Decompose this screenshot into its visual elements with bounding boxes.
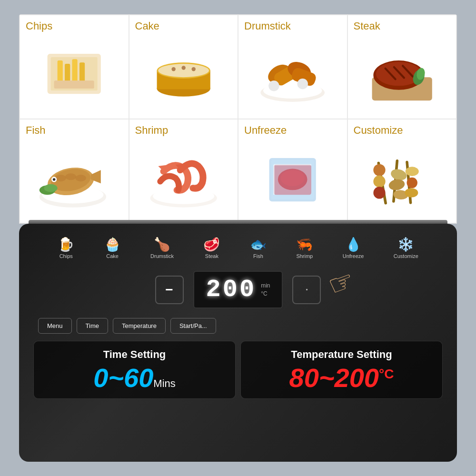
- temp-range: 80~200: [289, 363, 379, 393]
- time-setting-value: 0~60Mins: [43, 365, 226, 391]
- svg-point-50: [281, 170, 305, 187]
- mode-shrimp[interactable]: 🦐 Shrimp: [296, 238, 313, 259]
- mode-customize[interactable]: ❄️ Customize: [394, 238, 418, 259]
- customize-icon: ❄️: [397, 238, 414, 251]
- svg-point-58: [373, 187, 385, 199]
- svg-point-39: [53, 178, 56, 181]
- svg-point-62: [405, 167, 418, 177]
- time-unit: Mins: [153, 377, 175, 389]
- svg-rect-2: [58, 60, 63, 84]
- svg-rect-6: [54, 81, 94, 89]
- shrimp-icon: 🦐: [296, 238, 313, 251]
- fish-mode-label: Fish: [253, 253, 263, 259]
- mode-drumstick[interactable]: 🍗 Drumstick: [150, 238, 174, 259]
- cake-mode-label: Cake: [106, 253, 119, 259]
- svg-point-11: [171, 67, 175, 71]
- temperature-button[interactable]: Temperature: [113, 318, 166, 334]
- chips-icon: 🍺: [58, 238, 74, 251]
- temp-value-display: 200: [206, 276, 257, 304]
- food-item-customize[interactable]: Customize: [347, 119, 457, 223]
- main-container: Chips Cake: [19, 14, 457, 462]
- mode-chips[interactable]: 🍺 Chips: [58, 238, 74, 259]
- svg-point-56: [373, 164, 385, 176]
- temperature-display: 200 min °C: [193, 271, 283, 308]
- control-panel: 🍺 Chips 🧁 Cake 🍗 Drumstick 🥩 Steak 🐟 Fis…: [19, 224, 457, 462]
- info-row: Time Setting 0~60Mins Temperature Settin…: [33, 341, 443, 399]
- food-item-fish[interactable]: Fish: [20, 119, 129, 223]
- cake-icon: 🧁: [104, 238, 121, 251]
- food-label-steak: Steak: [354, 20, 380, 32]
- steak-mode-label: Steak: [205, 253, 218, 259]
- steak-icon: 🥩: [203, 238, 220, 251]
- minus-button[interactable]: −: [155, 276, 184, 304]
- plus-button[interactable]: ▪️: [292, 276, 321, 304]
- mode-fish[interactable]: 🐟 Fish: [250, 238, 267, 259]
- temp-setting-title: Temperature Setting: [250, 348, 433, 361]
- svg-point-41: [44, 184, 58, 192]
- food-label-unfreeze: Unfreeze: [244, 124, 287, 137]
- mode-icons-row: 🍺 Chips 🧁 Cake 🍗 Drumstick 🥩 Steak 🐟 Fis…: [33, 233, 443, 261]
- display-row: − 200 min °C ▪️ ☞: [33, 268, 443, 311]
- plus-btn-container: ▪️ ☞: [292, 276, 321, 304]
- unfreeze-mode-label: Unfreeze: [343, 253, 364, 259]
- temp-units: min °C: [261, 282, 270, 298]
- drumstick-mode-label: Drumstick: [150, 253, 174, 259]
- svg-point-57: [373, 176, 385, 188]
- food-item-steak[interactable]: Steak: [347, 15, 457, 119]
- temp-setting-value: 80~200°C: [250, 365, 433, 391]
- start-pause-button[interactable]: Start/Pa...: [170, 318, 216, 334]
- drumstick-icon: 🍗: [154, 238, 170, 251]
- mode-steak[interactable]: 🥩 Steak: [203, 238, 220, 259]
- food-item-shrimp[interactable]: Shrimp: [129, 119, 238, 223]
- food-label-fish: Fish: [26, 124, 46, 137]
- food-item-drumstick[interactable]: Drumstick: [238, 15, 347, 119]
- svg-point-12: [181, 66, 185, 70]
- buttons-row: Menu Time Temperature Start/Pa...: [33, 318, 443, 334]
- food-item-unfreeze[interactable]: Unfreeze: [238, 119, 347, 223]
- svg-point-36: [76, 175, 86, 181]
- svg-point-21: [298, 79, 308, 89]
- unfreeze-icon: 💧: [345, 238, 362, 251]
- food-label-chips: Chips: [26, 20, 52, 32]
- food-label-customize: Customize: [354, 124, 403, 137]
- svg-point-35: [66, 174, 76, 180]
- svg-rect-4: [72, 60, 78, 84]
- food-item-cake[interactable]: Cake: [129, 15, 238, 119]
- svg-point-60: [388, 178, 406, 192]
- customize-mode-label: Customize: [394, 253, 418, 259]
- svg-point-64: [405, 188, 418, 198]
- food-grid: Chips Cake: [19, 14, 457, 224]
- svg-point-34: [55, 175, 66, 181]
- svg-point-63: [407, 178, 417, 188]
- food-item-chips[interactable]: Chips: [20, 15, 129, 119]
- mode-cake[interactable]: 🧁 Cake: [104, 238, 121, 259]
- shrimp-mode-label: Shrimp: [296, 253, 313, 259]
- time-button[interactable]: Time: [77, 318, 108, 334]
- finger-pointer-icon: ☞: [324, 262, 359, 302]
- menu-button[interactable]: Menu: [38, 318, 72, 334]
- time-range: 0~60: [93, 363, 153, 393]
- food-label-drumstick: Drumstick: [244, 20, 291, 32]
- mode-unfreeze[interactable]: 💧 Unfreeze: [343, 238, 364, 259]
- time-setting-title: Time Setting: [43, 348, 226, 361]
- temp-unit: °C: [379, 367, 394, 381]
- food-label-shrimp: Shrimp: [135, 124, 169, 137]
- chips-mode-label: Chips: [60, 253, 73, 259]
- temp-setting-box: Temperature Setting 80~200°C: [240, 341, 443, 399]
- svg-point-13: [191, 67, 195, 71]
- food-label-cake: Cake: [135, 20, 159, 32]
- svg-point-18: [268, 81, 279, 91]
- time-setting-box: Time Setting 0~60Mins: [33, 341, 236, 399]
- fish-icon: 🐟: [250, 238, 267, 251]
